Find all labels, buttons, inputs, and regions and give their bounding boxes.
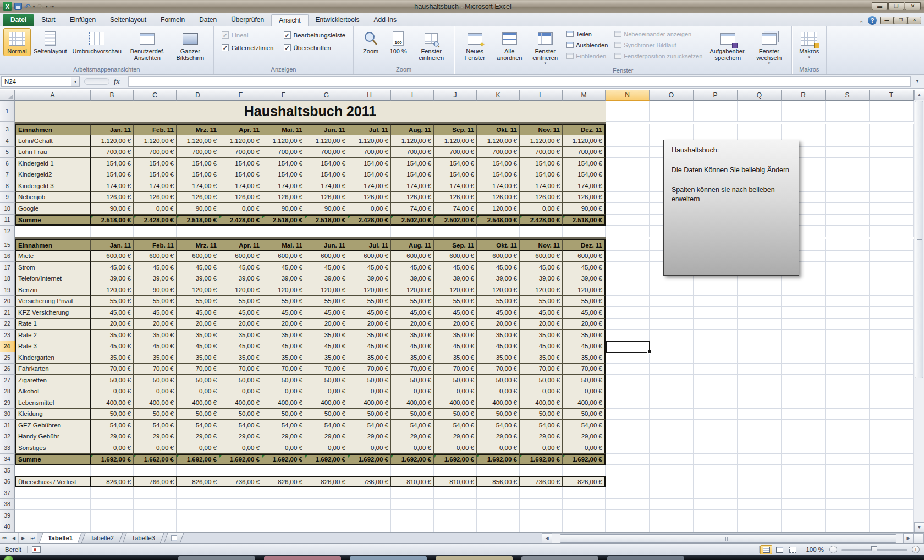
cell-value[interactable]: 0,00 € <box>477 386 520 398</box>
cell[interactable] <box>738 284 782 296</box>
cell[interactable] <box>738 487 782 499</box>
cell[interactable] <box>782 386 826 398</box>
cell-value[interactable]: 0,00 € <box>134 386 177 398</box>
cell[interactable] <box>870 296 914 308</box>
cell-label[interactable]: Einnahmen <box>15 124 91 136</box>
cell-value[interactable] <box>219 465 262 476</box>
cell-value[interactable]: 20,00 € <box>477 319 520 330</box>
cell-value[interactable]: 54,00 € <box>91 420 134 431</box>
cell-label[interactable]: Strom <box>15 262 91 273</box>
cell-value[interactable]: 600,00 € <box>219 251 262 262</box>
cell-value[interactable]: 45,00 € <box>434 307 477 319</box>
cell-label[interactable]: Miete <box>15 251 91 262</box>
cell-value[interactable]: 39,00 € <box>563 273 606 285</box>
cell[interactable] <box>738 420 782 431</box>
cell-value[interactable]: 154,00 € <box>434 158 477 169</box>
cell[interactable] <box>870 386 914 398</box>
cell-value[interactable]: 174,00 € <box>391 180 434 192</box>
cell-value[interactable] <box>348 521 391 533</box>
cell-value[interactable] <box>134 510 177 521</box>
cell-value[interactable] <box>520 465 563 476</box>
cell-value[interactable]: Feb. 11 <box>134 124 177 136</box>
cell-value[interactable]: 29,00 € <box>177 431 219 443</box>
previous-sheet-icon[interactable]: ◀ <box>9 533 19 543</box>
cell-value[interactable] <box>348 226 391 237</box>
row-header-32[interactable]: 32 <box>0 431 15 443</box>
cell[interactable] <box>694 431 738 443</box>
seitenlayout-view-button[interactable]: Seitenlayout <box>31 28 70 56</box>
cell[interactable] <box>870 431 914 443</box>
cell-label[interactable] <box>15 226 91 237</box>
cell-value[interactable]: 0,00 € <box>305 442 348 454</box>
column-header-J[interactable]: J <box>434 90 477 101</box>
cell-label[interactable]: Überschuss / Verlust <box>15 476 91 488</box>
cell-value[interactable]: 45,00 € <box>262 341 305 353</box>
cell-value[interactable]: 50,00 € <box>219 375 262 386</box>
cell-value[interactable]: 174,00 € <box>434 180 477 192</box>
cell-value[interactable]: 0,00 € <box>434 442 477 454</box>
cell-value[interactable]: 120,00 € <box>477 203 520 215</box>
cell[interactable] <box>738 330 782 341</box>
cell-value[interactable]: 45,00 € <box>434 262 477 273</box>
cell[interactable] <box>782 352 826 364</box>
cell[interactable] <box>606 262 650 273</box>
cell[interactable] <box>606 420 650 431</box>
cell[interactable] <box>826 296 870 308</box>
cell[interactable] <box>606 158 650 169</box>
cell-value[interactable]: 174,00 € <box>477 180 520 192</box>
first-sheet-icon[interactable]: ⏮ <box>0 533 9 543</box>
cell-value[interactable]: 20,00 € <box>262 319 305 330</box>
cell-value[interactable]: 50,00 € <box>134 375 177 386</box>
cell-value[interactable]: 70,00 € <box>563 364 606 375</box>
cell-value[interactable]: 1.692,00 € <box>477 454 520 465</box>
row-header-29[interactable]: 29 <box>0 397 15 409</box>
cell-value[interactable]: 154,00 € <box>91 158 134 169</box>
cell-value[interactable] <box>520 521 563 533</box>
cell-label[interactable]: Kindergeld 1 <box>15 158 91 169</box>
cell[interactable] <box>606 465 650 476</box>
cell[interactable] <box>606 192 650 204</box>
cell-value[interactable]: 2.548,00 € <box>477 215 520 226</box>
cell-value[interactable]: 55,00 € <box>348 296 391 308</box>
cell-value[interactable]: 45,00 € <box>305 262 348 273</box>
cell-label[interactable]: Versicherung Privat <box>15 296 91 308</box>
cell-value[interactable]: 54,00 € <box>434 420 477 431</box>
cell[interactable] <box>606 386 650 398</box>
cell[interactable] <box>826 169 870 181</box>
cell[interactable] <box>870 135 914 147</box>
cell-value[interactable]: 45,00 € <box>563 341 606 353</box>
cell-value[interactable] <box>477 499 520 510</box>
cell-value[interactable] <box>134 521 177 533</box>
cell-value[interactable]: 54,00 € <box>219 420 262 431</box>
cell-value[interactable]: 50,00 € <box>219 409 262 420</box>
cell[interactable] <box>870 319 914 330</box>
cell[interactable] <box>650 510 694 521</box>
cell[interactable] <box>650 352 694 364</box>
cell-value[interactable]: 120,00 € <box>348 284 391 296</box>
cell-value[interactable]: 35,00 € <box>305 330 348 341</box>
cell-value[interactable]: 35,00 € <box>391 330 434 341</box>
cell-value[interactable]: 20,00 € <box>520 319 563 330</box>
cell-value[interactable]: 600,00 € <box>177 251 219 262</box>
insert-worksheet-button[interactable] <box>163 533 184 543</box>
cell-value[interactable] <box>262 510 305 521</box>
checkbox-lineal[interactable]: ✓ Lineal <box>222 31 274 39</box>
cell-value[interactable]: 45,00 € <box>177 262 219 273</box>
cell-label[interactable]: Zigaretten <box>15 375 91 386</box>
cell[interactable] <box>826 226 870 237</box>
normal-view-button[interactable]: Normal <box>3 28 31 56</box>
cell-label[interactable]: Summe <box>15 215 91 226</box>
cell-value[interactable]: 700,00 € <box>520 147 563 158</box>
checkbox-bearbeitungsleiste[interactable]: ✓ Bearbeitungsleiste <box>284 31 346 39</box>
cell-value[interactable]: Apr. 11 <box>219 239 262 251</box>
cell-value[interactable]: 2.518,00 € <box>305 215 348 226</box>
cell[interactable] <box>870 510 914 521</box>
cell-value[interactable]: 154,00 € <box>391 169 434 181</box>
cell-value[interactable]: 45,00 € <box>219 341 262 353</box>
cell[interactable] <box>606 409 650 420</box>
cell-value[interactable]: 45,00 € <box>477 307 520 319</box>
row-header-5[interactable]: 5 <box>0 147 15 158</box>
cell[interactable] <box>694 124 738 136</box>
cell-label[interactable] <box>15 521 91 533</box>
cell-value[interactable]: 20,00 € <box>348 319 391 330</box>
